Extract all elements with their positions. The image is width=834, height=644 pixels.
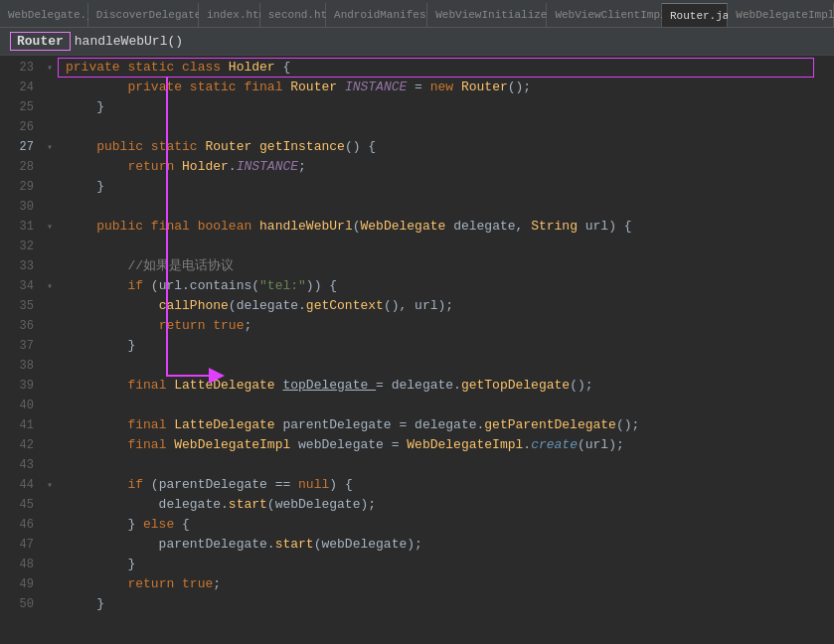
line-num-35: 35: [0, 296, 34, 316]
code-line-31: public final boolean handleWebUrl(WebDel…: [66, 217, 834, 237]
fold-34[interactable]: ▾: [42, 276, 58, 296]
code-line-28: return Holder.INSTANCE;: [66, 157, 834, 177]
line-num-50: 50: [0, 594, 34, 614]
gutter: ▾ ▾ ▾ ▾ ▾: [42, 56, 58, 644]
line-num-46: 46: [0, 515, 34, 535]
code-area: 23 24 25 26 27 28 29 30 31 32 33 34 35 3…: [0, 56, 834, 644]
fold-27[interactable]: ▾: [42, 137, 58, 157]
line-num-39: 39: [0, 376, 34, 396]
line-num-29: 29: [0, 177, 34, 197]
code-line-41: final LatteDelegate parentDelegate = del…: [66, 415, 834, 435]
code-line-33: //如果是电话协议: [66, 256, 834, 276]
line-num-48: 48: [0, 555, 34, 574]
line-num-43: 43: [0, 455, 34, 475]
code-line-39: final LatteDelegate topDelegate = delega…: [66, 376, 834, 396]
line-num-36: 36: [0, 316, 34, 336]
line-num-49: 49: [0, 574, 34, 594]
code-line-47: parentDelegate.start(webDelegate);: [66, 535, 834, 555]
tab-label: WebDelegateImpl.java: [736, 9, 834, 21]
breadcrumb-method: handleWebUrl(): [75, 34, 183, 49]
tab-webviewinitializer[interactable]: WebViewInitializer.java: [427, 3, 547, 27]
code-line-29: }: [66, 177, 834, 197]
line-num-37: 37: [0, 336, 34, 356]
code-line-38: [66, 356, 834, 376]
code-line-32: [66, 237, 834, 256]
code-line-42: final WebDelegateImpl webDelegate = WebD…: [66, 435, 834, 455]
breadcrumb-router: Router: [10, 32, 71, 51]
code-line-26: [66, 117, 834, 137]
line-numbers: 23 24 25 26 27 28 29 30 31 32 33 34 35 3…: [0, 56, 42, 644]
code-line-24: private static final Router INSTANCE = n…: [66, 78, 834, 97]
fold-23[interactable]: ▾: [42, 58, 58, 78]
tab-second[interactable]: second.html: [260, 3, 326, 27]
fold-31[interactable]: ▾: [42, 217, 58, 237]
line-num-40: 40: [0, 396, 34, 415]
line-num-23: 23: [0, 58, 34, 78]
line-num-42: 42: [0, 435, 34, 455]
code-line-27: public static Router getInstance() {: [66, 137, 834, 157]
line-num-38: 38: [0, 356, 34, 376]
tab-router[interactable]: Router.java: [662, 3, 728, 27]
tab-webdelegateimpl[interactable]: WebDelegateImpl.java: [728, 3, 834, 27]
line-num-28: 28: [0, 157, 34, 177]
line-num-32: 32: [0, 237, 34, 256]
line-num-41: 41: [0, 415, 34, 435]
tab-bar: WebDelegate.java DiscoverDelegate.java i…: [0, 0, 834, 28]
tab-discoverdelegate[interactable]: DiscoverDelegate.java: [88, 3, 199, 27]
line-num-33: 33: [0, 256, 34, 276]
code-line-45: delegate.start(webDelegate);: [66, 495, 834, 515]
tab-webviewclientimpl[interactable]: WebViewClientImpl.java: [547, 3, 662, 27]
code-line-34: if (url.contains("tel:")) {: [66, 276, 834, 296]
line-num-44: 44: [0, 475, 34, 495]
line-num-27: 27: [0, 137, 34, 157]
line-num-30: 30: [0, 197, 34, 217]
code-line-35: callPhone(delegate.getContext(), url);: [66, 296, 834, 316]
code-line-36: return true;: [66, 316, 834, 336]
line-num-25: 25: [0, 97, 34, 117]
code-line-49: return true;: [66, 574, 834, 594]
line-num-47: 47: [0, 535, 34, 555]
code-line-48: }: [66, 555, 834, 574]
line-num-31: 31: [0, 217, 34, 237]
line-num-26: 26: [0, 117, 34, 137]
code-content[interactable]: @ private static class Holder { private …: [58, 56, 834, 644]
tab-androidmanifest[interactable]: AndroidManifest.xml: [326, 3, 427, 27]
breadcrumb: Router handleWebUrl(): [0, 28, 834, 56]
line-num-45: 45: [0, 495, 34, 515]
code-line-30: [66, 197, 834, 217]
code-line-46: } else {: [66, 515, 834, 535]
code-line-50: }: [66, 594, 834, 614]
code-line-44: if (parentDelegate == null) {: [66, 475, 834, 495]
code-line-25: }: [66, 97, 834, 117]
line-num-34: 34: [0, 276, 34, 296]
tab-webdelegate[interactable]: WebDelegate.java: [0, 3, 88, 27]
code-line-40: [66, 396, 834, 415]
tab-index[interactable]: index.html: [199, 3, 260, 27]
code-line-37: }: [66, 336, 834, 356]
fold-44[interactable]: ▾: [42, 475, 58, 495]
line-num-24: 24: [0, 78, 34, 97]
code-line-43: [66, 455, 834, 475]
code-line-23: private static class Holder {: [66, 58, 834, 78]
